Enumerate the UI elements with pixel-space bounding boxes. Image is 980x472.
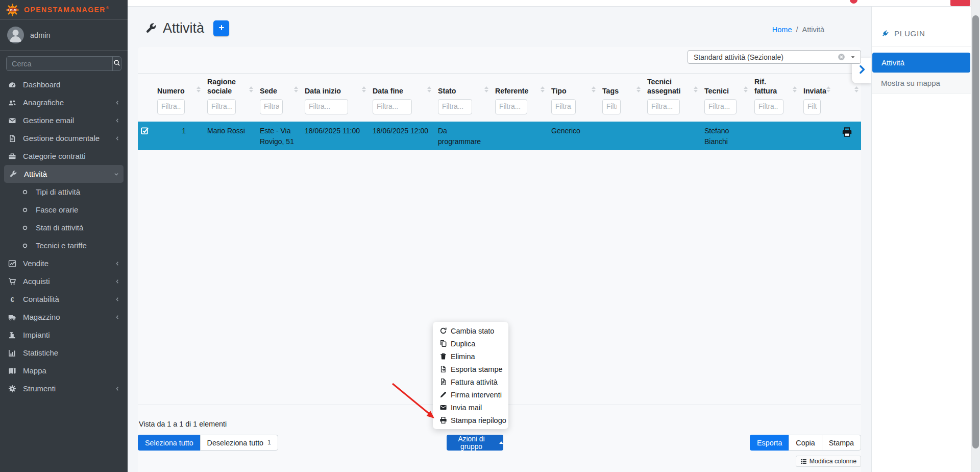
envelope-icon (7, 116, 17, 125)
sidebar-item-tecnici-e-tariffe[interactable]: Tecnici e tariffe (0, 237, 128, 254)
sidebar-item-categorie-contratti[interactable]: Categorie contratti (0, 147, 128, 165)
page-scrollbar[interactable] (971, 0, 980, 472)
filter-input-numero[interactable] (157, 99, 185, 114)
refresh-icon (439, 327, 447, 335)
col-header-stato[interactable]: Stato (434, 74, 491, 97)
menu-item-elimina[interactable]: Elimina (433, 350, 508, 363)
filter-cell-ragione-sociale (203, 97, 256, 122)
user-panel[interactable]: admin (0, 20, 128, 51)
menu-item-label: Stampa riepilogo (451, 415, 506, 426)
col-header-inviata[interactable]: Inviata (799, 74, 833, 97)
sidebar-item-vendite[interactable]: Vendite (0, 254, 128, 272)
filter-input-tipo[interactable] (551, 99, 576, 114)
app-logo[interactable]: OSM OpenSTAManager® (0, 0, 128, 20)
users-icon (7, 99, 17, 107)
sidebar-item-anagrafiche[interactable]: Anagrafiche (0, 93, 128, 111)
clear-selection-icon[interactable] (838, 53, 845, 61)
print-button[interactable]: Stampa (822, 435, 861, 451)
edit-columns-button[interactable]: Modifica colonne (796, 456, 861, 467)
col-header-data-inizio[interactable]: Data inizio (301, 74, 369, 97)
sidebar-item-fasce-orarie[interactable]: Fasce orarie (0, 201, 128, 219)
menu-item-invia-mail[interactable]: Invia mail (433, 401, 508, 414)
sidebar-item-dashboard[interactable]: Dashboard (0, 76, 128, 93)
export-button[interactable]: Esporta (750, 435, 789, 451)
filter-input-tecnici-assegnati[interactable] (647, 99, 680, 114)
cell-referente (491, 122, 547, 150)
filter-input-sede[interactable] (260, 99, 283, 114)
file-export-icon (439, 365, 447, 373)
menu-item-fattura-attivita[interactable]: Fattura attività (433, 375, 508, 388)
col-header-tipo[interactable]: Tipo (547, 74, 598, 97)
copy-button[interactable]: Copia (789, 435, 822, 451)
filter-input-rif-fattura[interactable] (754, 99, 783, 114)
breadcrumb-home-link[interactable]: Home (772, 26, 792, 34)
sidebar-item-gestione-documentale[interactable]: Gestione documentale (0, 129, 128, 147)
sidebar-item-statistiche[interactable]: Statistiche (0, 344, 128, 362)
sidebar-item-stati-di-attivita[interactable]: Stati di attività (0, 219, 128, 237)
sidebar-item-impianti[interactable]: Impianti (0, 326, 128, 344)
menu-item-esporta-stampe[interactable]: Esporta stampe (433, 363, 508, 375)
menu-item-cambia-stato[interactable]: Cambia stato (433, 324, 508, 337)
plugin-panel-header: PLUGIN (881, 29, 925, 38)
menu-item-duplica[interactable]: Duplica (433, 337, 508, 350)
menu-item-stampa-riepilogo[interactable]: Stampa riepilogo (433, 414, 508, 427)
col-header-ragione-sociale[interactable]: Ragione sociale (203, 74, 256, 97)
menu-item-firma-interventi[interactable]: Firma interventi (433, 388, 508, 401)
sidebar-item-acquisti[interactable]: Acquisti (0, 272, 128, 290)
sidebar-item-mappa[interactable]: Mappa (0, 362, 128, 380)
topbar-red-button[interactable] (950, 0, 970, 6)
col-header-numero[interactable]: Numero (153, 74, 203, 97)
select-caret-icon (850, 54, 856, 60)
select-all-button[interactable]: Seleziona tutto (138, 435, 201, 451)
group-actions-button[interactable]: Azioni di gruppo (447, 435, 503, 451)
sidebar-item-label: Strumenti (23, 384, 56, 393)
sidebar-item-label: Vendite (23, 259, 48, 268)
menu-item-label: Elimina (451, 351, 475, 362)
menu-item-label: Fattura attività (451, 377, 498, 387)
filter-input-tags[interactable] (602, 99, 621, 114)
search-button[interactable] (112, 57, 121, 70)
sidebar-item-magazzino[interactable]: Magazzino (0, 308, 128, 326)
svg-text:€: € (10, 295, 14, 303)
scrollbar-thumb[interactable] (972, 15, 979, 449)
filter-input-inviata[interactable] (803, 99, 821, 114)
print-template-select[interactable]: Standard attività (Sezionale) (688, 50, 861, 64)
row-checkbox-checked-icon[interactable] (141, 126, 150, 135)
sidebar-item-tipi-di-attivita[interactable]: Tipi di attività (0, 183, 128, 201)
filter-input-data-fine[interactable] (373, 99, 412, 114)
col-header-referente[interactable]: Referente (491, 74, 547, 97)
menu-item-label: Cambia stato (451, 326, 494, 336)
filter-input-data-inizio[interactable] (305, 99, 348, 114)
col-header-select (138, 74, 153, 97)
table-row[interactable]: 1Mario RossiEste - Via Rovigo, 5118/06/2… (138, 122, 861, 150)
col-header-data-fine[interactable]: Data fine (369, 74, 434, 97)
sidebar-item-gestione-email[interactable]: Gestione email (0, 111, 128, 129)
row-print-icon[interactable] (842, 127, 852, 137)
col-header-tags[interactable]: Tags (598, 74, 643, 97)
col-header-tecnici[interactable]: Tecnici (700, 74, 750, 97)
table-wrap: NumeroRagione socialeSedeData inizioData… (138, 73, 861, 150)
add-activity-button[interactable] (213, 20, 229, 36)
filter-input-tecnici[interactable] (704, 99, 737, 114)
export-buttons: Esporta Copia Stampa (750, 435, 861, 451)
filter-input-stato[interactable] (438, 99, 472, 114)
filter-input-referente[interactable] (495, 99, 527, 114)
col-header-tecnici-assegnati[interactable]: Tecnici assegnati (643, 74, 700, 97)
plugin-item-mostra-su-mappa[interactable]: Mostra su mappa (872, 73, 971, 93)
sidebar-item-contabilita[interactable]: €Contabilità (0, 290, 128, 308)
menu-item-label: Duplica (451, 339, 475, 349)
avatar (7, 27, 24, 43)
filter-cell-sede (256, 97, 301, 122)
cell-tags (598, 122, 643, 150)
search-input[interactable] (7, 57, 112, 70)
deselect-all-button[interactable]: Deseleziona tutto 1 (200, 435, 278, 451)
sidebar-item-attivita[interactable]: Attività (4, 165, 124, 183)
plugin-panel: PLUGIN AttivitàMostra su mappa (871, 7, 971, 472)
col-header-sede[interactable]: Sede (256, 74, 301, 97)
circle-icon (20, 189, 30, 195)
sidebar-item-strumenti[interactable]: Strumenti (0, 380, 128, 397)
sort-icon (694, 86, 698, 92)
filter-input-ragione-sociale[interactable] (207, 99, 236, 114)
plugin-item-attivita[interactable]: Attività (872, 53, 970, 73)
col-header-rif-fattura[interactable]: Rif. fattura (750, 74, 799, 97)
